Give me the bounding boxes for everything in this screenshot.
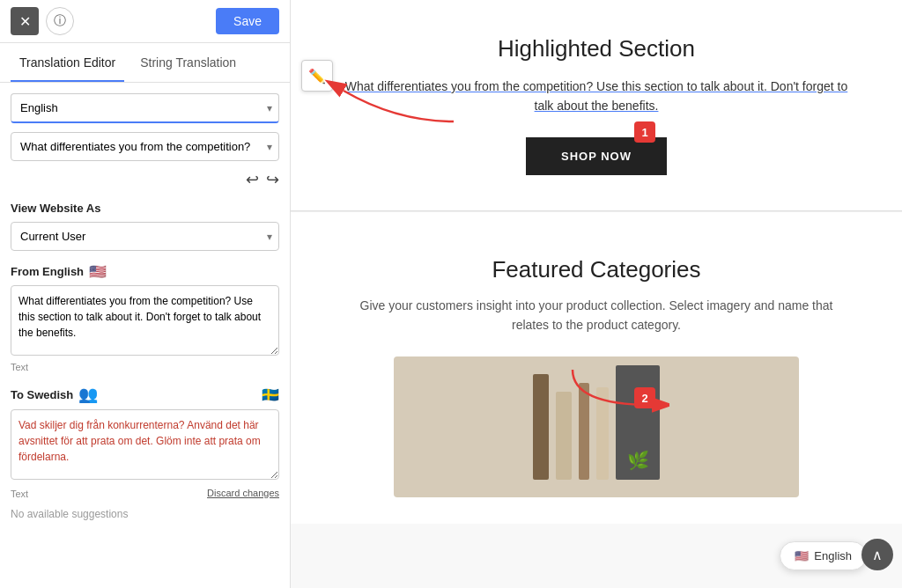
- to-label: To Swedish 👥: [11, 385, 98, 404]
- annotation-1: 1: [634, 121, 655, 143]
- language-select[interactable]: English Swedish French German: [11, 93, 279, 123]
- featured-title: Featured Categories: [344, 256, 849, 283]
- string-select-wrap: What differentiates you from the competi…: [11, 132, 279, 161]
- highlighted-title: Highlighted Section: [344, 35, 849, 62]
- view-website-label: View Website As: [11, 202, 279, 215]
- language-select-wrap: English Swedish French German ▾: [11, 93, 279, 123]
- info-button[interactable]: ⓘ: [46, 7, 74, 35]
- scroll-up-button[interactable]: ∧: [861, 539, 893, 570]
- from-section: From English 🇺🇸 Text: [11, 263, 279, 372]
- view-website-select-wrap: Current User Guest Admin ▾: [11, 222, 279, 251]
- shop-now-button[interactable]: SHOP NOW: [526, 137, 667, 175]
- featured-section: Featured Categories Give your customers …: [291, 212, 902, 524]
- to-textarea[interactable]: [11, 409, 279, 480]
- to-field-type: Text: [11, 489, 28, 499]
- from-textarea[interactable]: [11, 285, 279, 356]
- redo-button[interactable]: ↪: [266, 170, 279, 189]
- us-flag: 🇺🇸: [89, 263, 107, 280]
- badge-flag: 🇺🇸: [795, 549, 809, 562]
- undo-button[interactable]: ↩: [246, 170, 259, 189]
- to-text: To Swedish: [11, 388, 73, 401]
- annotation-2: 2: [634, 387, 655, 408]
- highlighted-section: ✏️ Highlighted Section What differentiat…: [291, 0, 902, 211]
- language-badge[interactable]: 🇺🇸 English: [780, 541, 867, 570]
- to-header: To Swedish 👥 🇸🇪: [11, 385, 279, 404]
- add-users-icon[interactable]: 👥: [78, 385, 98, 404]
- image-item-1: [533, 374, 549, 480]
- top-bar: ✕ ⓘ Save: [0, 0, 290, 43]
- swedish-flag: 🇸🇪: [262, 386, 279, 403]
- from-field-type: Text: [11, 362, 279, 372]
- tabs: Translation Editor String Translation: [0, 43, 290, 83]
- image-items-container: 🌿: [394, 356, 798, 497]
- string-select[interactable]: What differentiates you from the competi…: [11, 132, 279, 161]
- tab-translation-editor[interactable]: Translation Editor: [11, 43, 124, 82]
- from-label: From English 🇺🇸: [11, 263, 107, 280]
- save-button[interactable]: Save: [216, 8, 279, 34]
- right-panel: ✏️ Highlighted Section What differentiat…: [291, 0, 902, 588]
- from-text: From English: [11, 265, 84, 278]
- no-suggestions-text: No available suggestions: [11, 508, 279, 520]
- image-item-2: [556, 392, 572, 480]
- tab-string-translation[interactable]: String Translation: [131, 43, 245, 82]
- featured-desc: Give your customers insight into your pr…: [344, 296, 849, 335]
- image-item-3: [579, 383, 589, 480]
- badge-label: English: [814, 549, 852, 562]
- discard-changes-link[interactable]: Discard changes: [207, 488, 279, 498]
- edit-pencil-box[interactable]: ✏️: [301, 60, 333, 92]
- to-section: To Swedish 👥 🇸🇪 Text Discard changes: [11, 385, 279, 499]
- highlighted-desc: What differentiates you from the competi…: [344, 77, 849, 116]
- left-panel: ✕ ⓘ Save Translation Editor String Trans…: [0, 0, 291, 588]
- from-header: From English 🇺🇸: [11, 263, 279, 280]
- close-button[interactable]: ✕: [11, 7, 39, 35]
- leaf-icon: 🌿: [627, 450, 649, 471]
- view-website-select[interactable]: Current User Guest Admin: [11, 222, 279, 251]
- panel-content: English Swedish French German ▾ What dif…: [0, 83, 290, 588]
- image-item-4: [596, 387, 609, 480]
- undo-redo-bar: ↩ ↪: [11, 170, 279, 189]
- featured-image: 🌿: [394, 356, 798, 497]
